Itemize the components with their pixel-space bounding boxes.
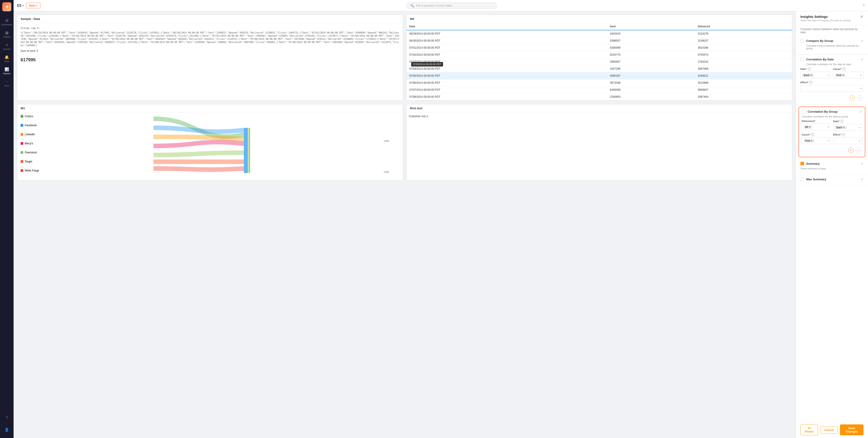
costco-color <box>21 115 23 118</box>
add-correlation-group-button[interactable]: + <box>848 147 854 153</box>
facebook-color <box>21 124 23 127</box>
sidebar-item-widgets[interactable]: ▦ Widgets <box>1 29 12 40</box>
table-row: 07/03/2014 00:00:00 PDT 2995667 2764242 <box>407 58 792 65</box>
add-correlation-date-button[interactable]: + <box>850 95 855 101</box>
date-select[interactable]: Each ✕ ▾ <box>800 72 831 79</box>
max-summary-row: Max Summary ⤢ <box>800 177 864 181</box>
sidebar-item-help[interactable]: ? <box>1 412 12 424</box>
cell-delivered: 3914346 <box>695 45 792 51</box>
dashboard-title-dropdown[interactable]: D1 ▾ <box>17 4 24 8</box>
usd-label-2: USD <box>384 171 389 173</box>
summary-expand-icon[interactable]: ⤢ <box>861 162 864 165</box>
cause-select[interactable]: First ✕ ▾ <box>833 72 864 79</box>
sidebar-item-alerts[interactable]: 🔔 Alerts <box>1 53 12 64</box>
compare-date-section: Compare metrics between latest two perio… <box>796 25 868 34</box>
sidebar-item-user[interactable]: 👤 <box>1 424 12 435</box>
group-date-tag: Each ✕ <box>835 126 846 129</box>
compare-by-group-expand-icon[interactable]: ⤢ <box>861 39 864 42</box>
group-cause-help-icon[interactable]: ? <box>811 133 814 136</box>
table-row: 06/29/2014 00:00:00 PDT 3420433 3124278 <box>407 30 792 37</box>
correlation-by-group-checkbox[interactable] <box>802 110 805 113</box>
summary-row: ✓ Summary ⤢ <box>800 162 864 165</box>
save-changes-button[interactable]: Save Changes <box>840 425 864 435</box>
cause-help-icon[interactable]: ? <box>842 67 846 70</box>
insights-footer: AI Picker Cancel Save Changes <box>796 421 868 438</box>
compare-by-group-section: Compare By Group ⤢ Compare metrics betwe… <box>796 36 868 55</box>
max-summary-checkbox[interactable] <box>800 177 804 181</box>
group-date-select[interactable]: Each ✕ ▾ <box>833 124 862 131</box>
search-icon: 🔍 <box>410 4 414 7</box>
overstock-color <box>21 151 23 154</box>
cell-delivered: 2764242 <box>695 58 792 65</box>
group-date-help-icon[interactable]: ? <box>840 120 844 123</box>
cell-sent: 3872048 <box>607 80 695 86</box>
app-logo[interactable]: ✦ <box>2 2 11 11</box>
dimension-tag-remove[interactable]: ✕ <box>808 125 811 128</box>
remove-correlation-group-button[interactable]: − <box>856 147 861 153</box>
cell-date: 07/07/2014 00:00:00 PDT <box>407 86 607 93</box>
group-effect-group: Effect* ? ▾ <box>833 133 862 144</box>
correlation-by-group-expand-icon[interactable]: ⤢ <box>859 110 862 113</box>
widgets-icon: ▦ <box>4 31 9 35</box>
cause-chevron-icon: ▾ <box>860 74 862 77</box>
label-costco: Costco <box>21 115 39 118</box>
search-input-wrap[interactable]: 🔍 Ask a question of your data... <box>406 2 497 9</box>
group-cause-select[interactable]: First ✕ ▾ <box>802 137 831 144</box>
correlation-by-date-section: Correlation By Date ⤢ Calculate correlat… <box>796 55 868 105</box>
effect-help-icon[interactable]: ? <box>809 81 812 84</box>
effect-select[interactable]: ▾ <box>800 85 864 92</box>
group-effect-select[interactable]: ▾ <box>833 137 862 144</box>
date-help-icon[interactable]: ? <box>808 67 811 70</box>
help-circle-icon[interactable]: ? <box>863 4 865 8</box>
sidebar-item-queries[interactable]: ≡ Queries <box>1 41 12 52</box>
summary-checkbox[interactable]: ✓ <box>800 162 804 165</box>
group-date-group: Date* ? Each ✕ ▾ <box>833 120 862 131</box>
new-button[interactable]: New + <box>26 3 40 8</box>
compare-by-group-checkbox[interactable] <box>800 39 804 42</box>
sidebar: ✦ ⊞ Dashboards ▦ Widgets ≡ Queries 🔔 Ale… <box>0 0 13 438</box>
w1-panel: W1 Costco Facebook <box>17 104 403 180</box>
date-tag-remove[interactable]: ✕ <box>810 74 812 77</box>
correlation-by-date-expand-icon[interactable]: ⤢ <box>861 57 864 61</box>
ai-picker-button[interactable]: AI Picker <box>800 425 818 435</box>
remove-correlation-date-button[interactable]: − <box>857 95 862 101</box>
insights-panel: Insights Settings Select the type of ins… <box>796 11 868 438</box>
wellsfargo-color <box>21 169 23 172</box>
max-summary-expand-icon[interactable]: ⤢ <box>861 177 864 181</box>
sidebar-item-reports[interactable]: 📊 Reports <box>1 65 12 77</box>
user-icon: 👤 <box>4 427 9 432</box>
dashboards-icon: ⊞ <box>4 18 9 23</box>
cause-tag-remove[interactable]: ✕ <box>842 74 844 77</box>
action-buttons-correlation-date: + − <box>800 94 864 102</box>
cell-sent: 3420433 <box>607 30 695 37</box>
sidebar-item-dashboards[interactable]: ⊞ Dashboards <box>1 16 12 28</box>
group-effect-help-icon[interactable]: ? <box>842 133 845 136</box>
date-tag: Each ✕ <box>802 74 813 77</box>
cell-delivered: 2087404 <box>695 93 792 100</box>
dimension-select[interactable]: All ✕ ▾ <box>802 123 831 130</box>
insights-header: Insights Settings Select the type of ins… <box>796 11 868 25</box>
correlation-by-date-checkbox[interactable] <box>800 57 804 61</box>
cancel-button[interactable]: Cancel <box>820 426 838 434</box>
dropdown-chevron-icon: ▾ <box>22 4 24 7</box>
group-date-tag-remove[interactable]: ✕ <box>843 126 845 129</box>
cell-sent: 4300099 <box>607 45 695 51</box>
action-buttons-correlation-group: + − <box>802 146 862 154</box>
panels-area: Sample - Data Clicks row 1: [{"Date":"06… <box>13 11 796 438</box>
bottom-row: W1 Costco Facebook <box>17 104 792 180</box>
w2-table: Date Sent Delivered 06/29/2014 00:00:00 … <box>407 23 792 100</box>
dimension-group: Dimension* All ✕ ▾ <box>802 120 831 131</box>
cell-delivered: 3124278 <box>695 30 792 37</box>
macys-color <box>21 142 23 145</box>
sidebar-item-more[interactable]: ··· More <box>1 77 12 89</box>
rich-text-content: Customer row 1: <box>407 112 792 120</box>
cell-delivered: 3087068 <box>695 65 792 72</box>
cell-delivered: 4755574 <box>695 51 792 58</box>
table-row: 07/08/2014 00:00:00 PDT 2295850 2087404 <box>407 93 792 100</box>
close-button[interactable]: ✕ <box>860 15 864 19</box>
group-cause-tag-remove[interactable]: ✕ <box>811 139 813 142</box>
effect-label: Effect* ? <box>800 81 864 84</box>
cell-sent: 2295850 <box>607 93 695 100</box>
max-summary-section: Max Summary ⤢ <box>796 175 868 186</box>
linkedin-color <box>21 133 23 136</box>
